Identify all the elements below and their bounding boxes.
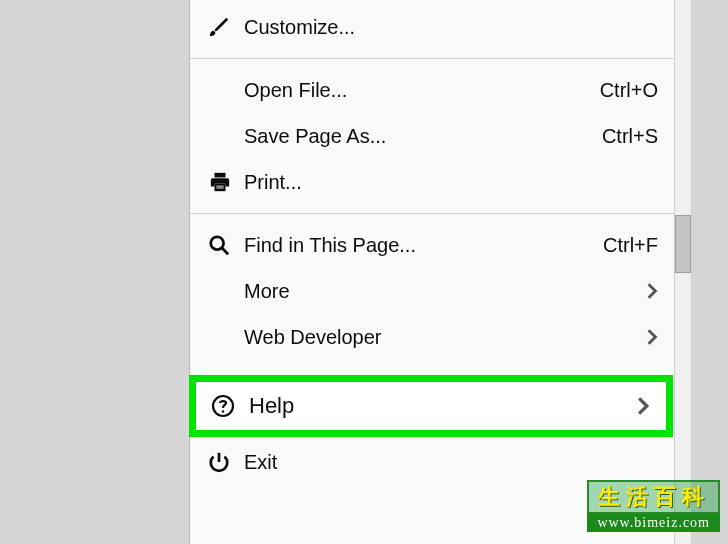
scrollbar-thumb[interactable] [675, 215, 691, 273]
svg-rect-3 [216, 188, 223, 189]
menu-item-more[interactable]: More [190, 268, 676, 314]
menu-section-customize: Customize... [190, 0, 676, 54]
menu-item-web-developer[interactable]: Web Developer [190, 314, 676, 360]
menu-item-open-file[interactable]: Open File... Ctrl+O [190, 67, 676, 113]
svg-rect-2 [216, 186, 223, 187]
watermark-title: 生活百科 [587, 480, 720, 514]
menu-divider [190, 58, 676, 59]
menu-item-shortcut: Ctrl+S [602, 125, 658, 148]
help-icon [211, 394, 249, 418]
menu-item-label: Save Page As... [244, 125, 602, 148]
svg-rect-0 [215, 173, 226, 178]
printer-icon [208, 171, 244, 193]
menu-item-label: Exit [244, 451, 658, 474]
menu-item-label: Web Developer [244, 326, 646, 349]
chevron-right-icon [637, 397, 649, 415]
svg-point-4 [211, 237, 224, 250]
paintbrush-icon [208, 16, 244, 38]
menu-item-find-in-page[interactable]: Find in This Page... Ctrl+F [190, 222, 676, 268]
menu-item-save-page-as[interactable]: Save Page As... Ctrl+S [190, 113, 676, 159]
menu-item-help[interactable]: Help [189, 375, 673, 437]
menu-item-label: More [244, 280, 646, 303]
chevron-right-icon [646, 283, 658, 299]
menu-item-customize[interactable]: Customize... [190, 4, 676, 50]
watermark: 生活百科 www.bimeiz.com [587, 480, 720, 532]
menu-item-label: Find in This Page... [244, 234, 603, 257]
menu-section-file: Open File... Ctrl+O Save Page As... Ctrl… [190, 63, 676, 209]
search-icon [208, 234, 244, 256]
menu-divider [190, 213, 676, 214]
menu-section-tools: Find in This Page... Ctrl+F More Web Dev… [190, 218, 676, 364]
chevron-right-icon [646, 329, 658, 345]
menu-item-label: Print... [244, 171, 658, 194]
menu-item-label: Customize... [244, 16, 658, 39]
svg-point-7 [222, 410, 224, 412]
menu-item-label: Help [249, 393, 637, 419]
menu-item-shortcut: Ctrl+O [600, 79, 658, 102]
menu-item-exit[interactable]: Exit [190, 439, 676, 485]
menu-item-print[interactable]: Print... [190, 159, 676, 205]
power-icon [208, 451, 244, 473]
svg-line-5 [222, 248, 228, 254]
menu-item-shortcut: Ctrl+F [603, 234, 658, 257]
watermark-url: www.bimeiz.com [587, 514, 720, 532]
application-menu: Customize... Open File... Ctrl+O Save Pa… [189, 0, 677, 544]
menu-item-label: Open File... [244, 79, 600, 102]
